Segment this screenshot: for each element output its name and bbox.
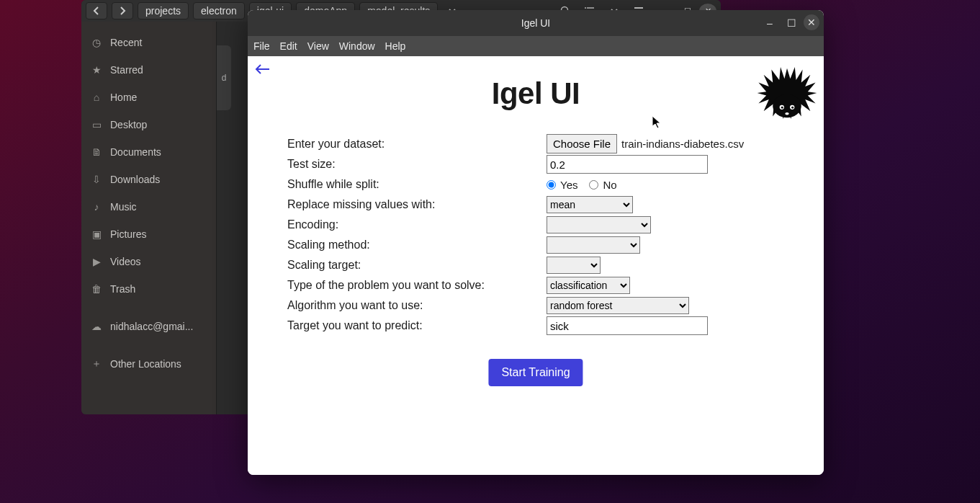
chosen-file-name: train-indians-diabetes.csv	[621, 138, 744, 150]
scaling-target-select[interactable]	[547, 257, 601, 274]
menu-view[interactable]: View	[307, 40, 329, 52]
label-scaling-method: Scaling method:	[287, 239, 547, 252]
label-dataset: Enter your dataset:	[287, 138, 547, 151]
sidebar-item-label: Documents	[110, 146, 161, 158]
sidebar-item-label: Downloads	[110, 174, 160, 185]
target-input[interactable]	[547, 316, 708, 335]
sidebar-item-other-locations[interactable]: ＋Other Locations	[81, 350, 216, 378]
video-icon: ▶	[90, 256, 103, 267]
choose-file-button[interactable]: Choose File	[547, 134, 617, 153]
menu-file[interactable]: File	[253, 40, 270, 52]
algorithm-select[interactable]: random forest	[547, 297, 689, 314]
sidebar-item-starred[interactable]: ★Starred	[81, 56, 216, 84]
sidebar-item-label: Desktop	[110, 119, 147, 130]
shuffle-no-label: No	[603, 179, 616, 191]
chevron-left-icon	[93, 6, 100, 15]
account-icon: ☁	[90, 321, 103, 332]
sidebar-item-videos[interactable]: ▶Videos	[81, 248, 216, 275]
svg-point-16	[791, 107, 794, 109]
label-encoding: Encoding:	[287, 218, 547, 231]
menu-edit[interactable]: Edit	[280, 40, 297, 52]
sidebar-item-pictures[interactable]: ▣Pictures	[81, 221, 216, 248]
document-icon: 🗎	[90, 146, 103, 158]
clock-icon: ◷	[90, 37, 103, 48]
start-training-button[interactable]: Start Training	[488, 359, 583, 386]
problem-type-select[interactable]: classification	[547, 277, 630, 294]
sidebar-item-music[interactable]: ♪Music	[81, 193, 216, 221]
svg-point-5	[585, 7, 586, 9]
home-icon: ⌂	[90, 92, 103, 103]
training-form: Enter your dataset: Choose File train-in…	[287, 134, 784, 337]
shuffle-yes-label: Yes	[560, 179, 577, 191]
trash-icon: 🗑	[90, 283, 103, 295]
scaling-method-select[interactable]	[547, 236, 640, 254]
window-close-button[interactable]: ✕	[804, 14, 819, 30]
window-minimize-button[interactable]: –	[760, 14, 779, 32]
sidebar-item-recent[interactable]: ◷Recent	[81, 29, 216, 56]
igel-titlebar[interactable]: Igel UI – ☐ ✕	[248, 10, 824, 36]
sidebar-item-label: Pictures	[110, 228, 147, 240]
hedgehog-icon	[755, 61, 819, 125]
igel-logo	[755, 61, 819, 125]
missing-select[interactable]: mean	[547, 196, 633, 213]
breadcrumb-item[interactable]: electron	[193, 2, 245, 19]
nav-forward-button[interactable]	[112, 2, 133, 19]
sidebar-item-label: Starred	[110, 64, 143, 76]
igel-body: Igel UI Enter your dataset: Choose File …	[248, 56, 824, 475]
desktop-icon: ▭	[90, 119, 103, 130]
page-title: Igel UI	[248, 56, 824, 111]
picture-icon: ▣	[90, 228, 103, 240]
svg-point-15	[781, 107, 783, 109]
test-size-input[interactable]	[547, 155, 708, 174]
menu-window[interactable]: Window	[339, 40, 375, 52]
igel-window: Igel UI – ☐ ✕ File Edit View Window Help	[248, 10, 824, 475]
back-arrow-button[interactable]	[255, 63, 271, 75]
music-icon: ♪	[90, 201, 103, 213]
sidebar-item-label: Music	[110, 201, 137, 213]
window-title: Igel UI	[521, 17, 550, 29]
sidebar-item-documents[interactable]: 🗎Documents	[81, 138, 216, 166]
sidebar-item-label: Recent	[110, 37, 142, 48]
sidebar-item-home[interactable]: ⌂Home	[81, 84, 216, 111]
sidebar-item-downloads[interactable]: ⇩Downloads	[81, 166, 216, 193]
sidebar-item-label: Home	[110, 92, 137, 103]
label-algorithm: Algorithm you want to use:	[287, 299, 547, 312]
breadcrumb-item[interactable]: projects	[138, 2, 189, 19]
arrow-left-icon	[255, 63, 271, 75]
chevron-right-icon	[119, 6, 126, 15]
label-problem: Type of the problem you want to solve:	[287, 279, 547, 292]
sidebar-item-label: Trash	[110, 283, 135, 295]
shuffle-yes-radio[interactable]	[547, 180, 556, 190]
fm-sidebar: ◷Recent ★Starred ⌂Home ▭Desktop 🗎Documen…	[81, 22, 217, 414]
label-shuffle: Shuffle while split:	[287, 178, 547, 191]
label-missing: Replace missing values with:	[287, 198, 547, 211]
menu-help[interactable]: Help	[385, 40, 406, 52]
label-testsize: Test size:	[287, 158, 547, 171]
sidebar-item-label: Videos	[110, 256, 141, 267]
svg-point-17	[785, 112, 788, 115]
fm-folder-snippet: d	[217, 45, 231, 110]
igel-menubar: File Edit View Window Help	[248, 36, 824, 56]
shuffle-no-radio[interactable]	[589, 180, 598, 190]
label-target: Target you want to predict:	[287, 319, 547, 332]
label-scaling-target: Scaling target:	[287, 259, 547, 272]
star-icon: ★	[90, 64, 103, 76]
sidebar-item-account[interactable]: ☁nidhalacc@gmai...	[81, 313, 216, 340]
sidebar-item-label: nidhalacc@gmai...	[110, 321, 193, 332]
sidebar-item-desktop[interactable]: ▭Desktop	[81, 111, 216, 138]
window-maximize-button[interactable]: ☐	[782, 14, 801, 32]
nav-back-button[interactable]	[86, 2, 107, 19]
sidebar-item-label: Other Locations	[110, 358, 181, 370]
encoding-select[interactable]	[547, 216, 651, 233]
download-icon: ⇩	[90, 174, 103, 185]
sidebar-item-trash[interactable]: 🗑Trash	[81, 275, 216, 303]
plus-icon: ＋	[90, 357, 103, 370]
